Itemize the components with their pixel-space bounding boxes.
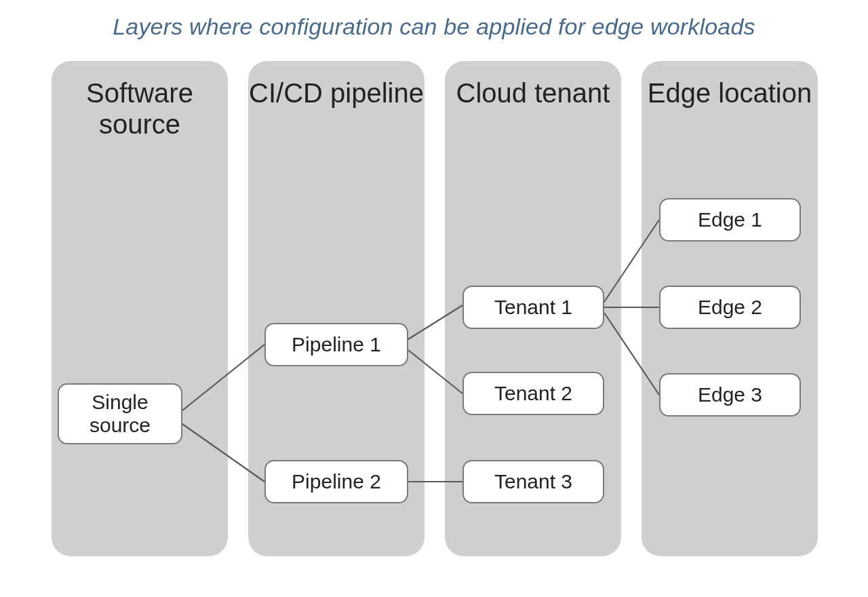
node-single-source: Single source	[58, 383, 182, 444]
node-edge-1: Edge 1	[659, 198, 801, 242]
node-pipeline-1: Pipeline 1	[264, 323, 408, 366]
node-pipeline-2: Pipeline 2	[264, 460, 408, 503]
node-tenant-2: Tenant 2	[462, 372, 604, 415]
column-title-software-source: Software source	[52, 61, 228, 140]
column-title-edge-location: Edge location	[642, 61, 818, 109]
node-edge-2: Edge 2	[659, 286, 801, 329]
node-tenant-3: Tenant 3	[462, 460, 604, 503]
column-software-source: Software source	[52, 61, 228, 556]
diagram-stage: Layers where configuration can be applie…	[0, 0, 868, 597]
diagram-title: Layers where configuration can be applie…	[0, 14, 868, 40]
node-edge-3: Edge 3	[659, 373, 801, 417]
column-title-cicd-pipeline: CI/CD pipeline	[248, 61, 425, 109]
column-title-cloud-tenant: Cloud tenant	[445, 61, 621, 109]
node-tenant-1: Tenant 1	[462, 286, 604, 329]
